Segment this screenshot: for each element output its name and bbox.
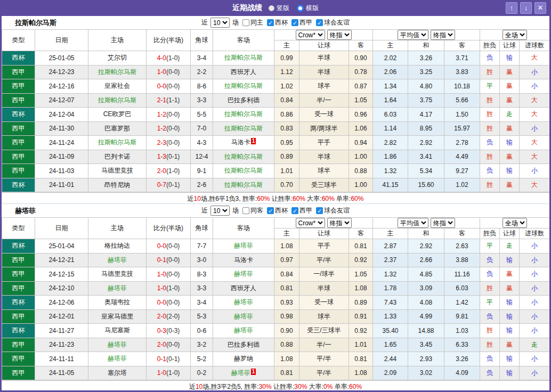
final-odds-select[interactable]: 终指 bbox=[431, 218, 455, 228]
bookmaker-select[interactable]: Crow* bbox=[296, 30, 325, 40]
handicap-away-odds: 0.96 bbox=[349, 108, 373, 122]
full-time-score: 0-7 bbox=[157, 181, 166, 189]
league-cup-checkbox[interactable]: ✓ 西杯 bbox=[267, 206, 288, 215]
full-match-select[interactable]: 全场 bbox=[503, 30, 527, 40]
close-button[interactable]: ✕ bbox=[534, 2, 546, 14]
date-cell: 24-11-30 bbox=[35, 121, 88, 136]
home-team-cell: 巴列卡诺 bbox=[88, 150, 147, 164]
avg-away-odds: 3.71 bbox=[444, 51, 480, 66]
filter-controls: 近 10 场 同主 ✓ 西杯 ✓ 西甲 ✓ 球会友谊 bbox=[201, 18, 350, 28]
recent-results-panel: 近期战绩 竖版 横版 ↑ ↓ ✕ 拉斯帕尔马斯 近 10 场 bbox=[0, 0, 551, 392]
half-time-score: (0-0) bbox=[166, 341, 180, 348]
score-cell: 1-0(1-0) bbox=[147, 281, 191, 296]
date-cell: 24-12-15 bbox=[35, 267, 88, 282]
handicap-away-odds: 0.78 bbox=[349, 65, 373, 79]
away-team-cell: 拉斯帕尔马斯 bbox=[213, 121, 274, 136]
league-type-cell: 西甲 bbox=[2, 309, 35, 324]
final-odds-select[interactable]: 终指 bbox=[327, 218, 352, 228]
move-down-button[interactable]: ↓ bbox=[520, 2, 532, 14]
crow-odds-group: Crow*终指 bbox=[274, 30, 373, 40]
full-time-score: 0-0 bbox=[157, 83, 166, 90]
half-time-score: (0-0) bbox=[166, 68, 180, 76]
checkbox-checked-icon[interactable]: ✓ bbox=[316, 207, 323, 214]
radio-vertical-layout[interactable]: 竖版 bbox=[269, 4, 289, 13]
bookmaker-select[interactable]: Crow* bbox=[296, 218, 325, 228]
avg-draw-odds: 3.25 bbox=[408, 65, 444, 79]
checkbox-checked-icon[interactable]: ✓ bbox=[291, 207, 298, 214]
col-home: 主场 bbox=[88, 218, 147, 239]
half-time-score: (1-0) bbox=[166, 167, 180, 175]
away-team-cell: 赫塔菲 bbox=[213, 324, 274, 338]
handicap-home-odds: 0.97 bbox=[274, 253, 299, 267]
win-draw-loss-result: 胜 bbox=[480, 338, 500, 352]
final-odds-select[interactable]: 终指 bbox=[327, 30, 352, 40]
score-cell: 2-0(2-0) bbox=[147, 309, 191, 324]
same-away-checkbox[interactable]: 同客 bbox=[242, 206, 263, 215]
col-score: 比分(半场) bbox=[147, 30, 191, 51]
full-match-select[interactable]: 全场 bbox=[503, 218, 527, 228]
checkbox-checked-icon[interactable]: ✓ bbox=[267, 19, 274, 26]
match-row: 西甲 24-12-07 拉斯帕尔马斯 2-1(1-1) 3-3 巴拉多利德 0.… bbox=[2, 93, 550, 108]
move-up-button[interactable]: ↑ bbox=[506, 2, 517, 14]
goals-result: 小 bbox=[520, 309, 550, 324]
home-team: 赫塔菲 bbox=[108, 256, 127, 264]
avg-draw-odds: 3.75 bbox=[408, 93, 444, 108]
goals-result: 小 bbox=[520, 324, 550, 338]
corner-cell: 3-3 bbox=[191, 93, 213, 108]
win-draw-loss-result: 负 bbox=[480, 253, 500, 267]
col-avg-draw: 和 bbox=[408, 40, 444, 51]
handicap-result: 输 bbox=[500, 253, 520, 267]
match-count-select[interactable]: 10 bbox=[210, 206, 230, 216]
half-time-score: (0-0) bbox=[166, 242, 180, 250]
handicap-result: 赢 bbox=[500, 93, 520, 108]
league-type-cell: 西甲 bbox=[2, 121, 35, 136]
checkbox-unchecked-icon[interactable] bbox=[242, 19, 249, 26]
checkbox-checked-icon[interactable]: ✓ bbox=[267, 207, 274, 214]
radio-unselected-icon[interactable] bbox=[269, 5, 274, 11]
goals-result: 小 bbox=[520, 79, 550, 94]
avg-draw-odds: 4.08 bbox=[408, 296, 444, 310]
league-liga-checkbox[interactable]: ✓ 西甲 bbox=[291, 206, 312, 215]
away-team-cell: 拉斯帕尔马斯 bbox=[213, 51, 274, 66]
league-type-cell: 西甲 bbox=[2, 352, 35, 366]
full-time-score: 0-0 bbox=[157, 242, 166, 250]
score-cell: 0-7(0-1) bbox=[147, 178, 191, 192]
radio-horizontal-layout[interactable]: 横版 bbox=[297, 4, 319, 13]
league-type-cell: 西杯 bbox=[2, 108, 35, 122]
league-friendly-checkbox[interactable]: ✓ 球会友谊 bbox=[316, 206, 350, 215]
checkbox-checked-icon[interactable]: ✓ bbox=[291, 19, 298, 26]
average-select[interactable]: 平均值 bbox=[398, 30, 428, 40]
match-row: 西杯 24-11-27 马尼塞斯 0-3(0-3) 0-6 赫塔菲 0.90 受… bbox=[2, 324, 550, 338]
avg-draw-odds: 8.95 bbox=[408, 121, 444, 136]
league-type-cell: 西杯 bbox=[2, 178, 35, 192]
league-type-cell: 西甲 bbox=[2, 281, 35, 296]
handicap-line: 半/一 bbox=[299, 93, 349, 108]
average-select[interactable]: 平均值 bbox=[398, 218, 428, 228]
checkbox-unchecked-icon[interactable] bbox=[242, 207, 249, 214]
half-time-score: (0-0) bbox=[166, 271, 180, 278]
league-liga-checkbox[interactable]: ✓ 西甲 bbox=[291, 18, 312, 27]
handicap-result: 走 bbox=[500, 108, 520, 122]
checkbox-checked-icon[interactable]: ✓ bbox=[316, 19, 323, 26]
handicap-line: 平手 bbox=[299, 136, 349, 150]
away-team: 马洛卡 bbox=[231, 138, 250, 146]
radio-selected-icon[interactable] bbox=[297, 5, 304, 12]
same-home-checkbox[interactable]: 同主 bbox=[242, 18, 263, 27]
handicap-result: 赢 bbox=[500, 338, 520, 352]
final-odds-select[interactable]: 终指 bbox=[431, 30, 455, 40]
avg-home-odds: 1.34 bbox=[373, 79, 408, 94]
handicap-away-odds: 0.81 bbox=[349, 352, 373, 366]
home-team-cell: 皇家马德里 bbox=[88, 309, 147, 324]
average-odds-group: 平均值终指 bbox=[373, 218, 480, 228]
handicap-away-odds: 1.00 bbox=[349, 178, 373, 192]
avg-home-odds: 2.87 bbox=[373, 239, 408, 254]
col-handicap-home: 主 bbox=[274, 228, 299, 239]
league-friendly-checkbox[interactable]: ✓ 球会友谊 bbox=[316, 18, 350, 27]
corner-cell: 3-3 bbox=[191, 281, 213, 296]
handicap-away-odds: 1.05 bbox=[349, 267, 373, 282]
avg-away-odds: 2.63 bbox=[444, 239, 480, 254]
summary-text: 近10场,胜6平1负3, 胜率:60% 让胜率:60% 大率:60% 单率:60… bbox=[2, 192, 549, 204]
match-count-select[interactable]: 10 bbox=[210, 18, 230, 28]
league-cup-checkbox[interactable]: ✓ 西杯 bbox=[267, 18, 288, 27]
handicap-away-odds: 1.00 bbox=[349, 150, 373, 164]
